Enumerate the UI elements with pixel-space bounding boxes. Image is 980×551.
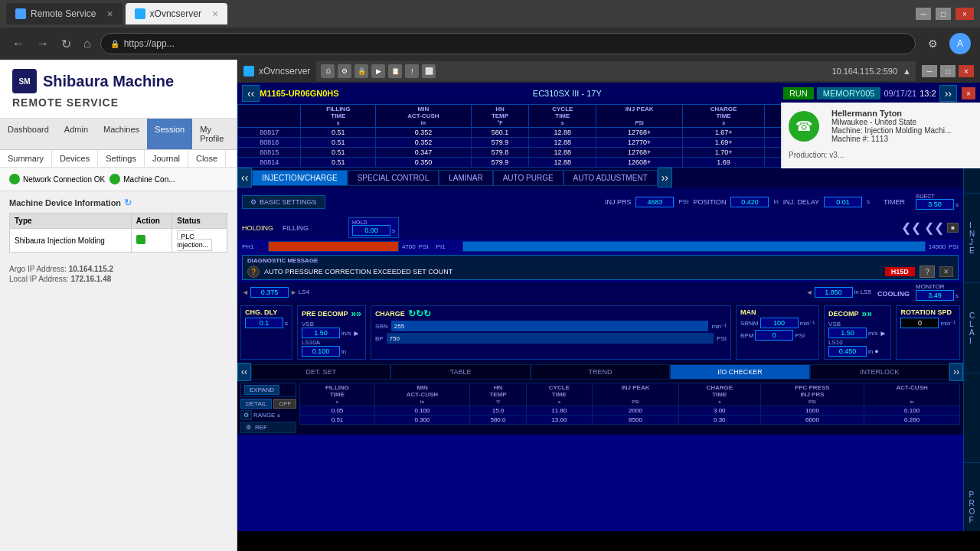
man-block: MAN SRNM min⁻¹ BPM PSI <box>736 305 819 360</box>
tab-right-arrow[interactable]: ›› <box>658 168 672 187</box>
hmi-close-btn[interactable]: × <box>962 87 975 99</box>
brand-icon: SM <box>12 69 37 93</box>
bottom-right-arrow[interactable]: ›› <box>949 363 963 381</box>
extensions-icon[interactable]: ⚙ <box>922 33 943 54</box>
machine-conn-dot <box>109 174 120 184</box>
nav-dashboard[interactable]: Dashboard <box>0 119 57 149</box>
ref-icon: ⚙ <box>243 423 253 432</box>
rth-fpc: FPC PRESSINJ PRSPSI <box>760 383 864 406</box>
diag-help-icon[interactable]: ? <box>247 266 260 278</box>
ls10-dot: ● <box>874 347 878 355</box>
nav-more[interactable]: Co... <box>231 119 237 149</box>
home-button[interactable]: ⌂ <box>80 34 94 54</box>
customer-details: Hellermann Tyton Milwaukee - United Stat… <box>831 109 951 143</box>
bottom-left-arrow[interactable]: ‹‹ <box>237 363 251 381</box>
tab-close-2[interactable]: × <box>212 8 218 20</box>
filling-label: FILLING <box>283 224 309 232</box>
hold-box: HOLD s <box>348 217 399 238</box>
bottom-tab-det-set[interactable]: DET. SET <box>251 364 390 380</box>
ls5-input[interactable] <box>815 287 853 298</box>
strip-btn-empty1[interactable] <box>964 373 980 463</box>
decomp-vsb-input[interactable] <box>828 328 867 338</box>
fill-end-btn[interactable]: ■ <box>947 223 959 233</box>
address-bar: ← → ↻ ⌂ 🔒 https://app... ⚙ A <box>0 28 980 60</box>
vnc-expand-btn[interactable]: ▲ <box>903 67 911 76</box>
nav-machines[interactable]: Machines <box>96 119 147 149</box>
range-section: EXPAND DETAIL OFF ⚙ RANGE ± <box>237 381 963 435</box>
monitor-input[interactable] <box>916 290 954 301</box>
browser-close-button[interactable]: × <box>956 8 974 20</box>
vsb-pre-input[interactable] <box>302 328 340 338</box>
tab-injection-charge[interactable]: INJECTION/CHARGE <box>252 170 347 186</box>
bpm-input[interactable] <box>755 330 793 341</box>
vnc-maximize[interactable]: □ <box>940 65 956 77</box>
bpm-row: BPM PSI <box>740 330 815 341</box>
bottom-tab-table[interactable]: TABLE <box>390 364 530 380</box>
detail-off-button[interactable]: OFF <box>273 399 296 409</box>
tab-vnc[interactable]: xOvncserver × <box>126 3 228 24</box>
url-field[interactable]: 🔒 https://app... <box>100 33 916 54</box>
reload-button[interactable]: ↻ <box>58 34 74 54</box>
srnm-input[interactable] <box>760 318 799 328</box>
pre-decomp-header: PRE DECOMP »» <box>302 308 361 319</box>
hmi-left-arrow[interactable]: ‹‹ <box>242 85 260 102</box>
minimize-button[interactable]: ─ <box>916 8 931 20</box>
tab-auto-purge[interactable]: AUTO PURGE <box>493 170 564 186</box>
inject-timer-input[interactable] <box>916 199 954 210</box>
tab-left-arrow[interactable]: ‹‹ <box>237 168 252 187</box>
ls4-input[interactable] <box>250 287 289 298</box>
basic-settings-btn[interactable]: ⚙ BASIC SETTINGS <box>242 195 325 209</box>
vnc-tool-4[interactable]: ▶ <box>371 64 385 78</box>
vnc-tool-1[interactable]: ⎙ <box>321 64 335 78</box>
position-input[interactable] <box>730 197 769 207</box>
hmi-right-arrow[interactable]: ›› <box>939 85 957 102</box>
bottom-tab-io-checker[interactable]: I/O CHECKER <box>670 364 809 380</box>
tab-laminar[interactable]: LAMINAR <box>439 170 492 186</box>
vnc-minimize[interactable]: ─ <box>922 65 937 77</box>
nav-profile[interactable]: My Profile <box>192 119 231 149</box>
detail-button[interactable]: DETAIL <box>240 399 272 409</box>
back-button[interactable]: ← <box>9 34 28 54</box>
vnc-tool-2[interactable]: ⚙ <box>338 64 351 78</box>
vnc-tool-6[interactable]: ! <box>405 64 419 78</box>
subnav-devices[interactable]: Devices <box>52 150 98 167</box>
diagnostic-close-btn[interactable]: ✕ <box>939 266 953 277</box>
strip-btn-clai[interactable]: CLAI <box>964 283 980 373</box>
inj-prs-input[interactable] <box>635 197 674 207</box>
nav-session[interactable]: Session <box>147 119 192 149</box>
hold-input[interactable] <box>352 225 390 236</box>
subnav-close[interactable]: Close <box>188 150 226 167</box>
vnc-tool-3[interactable]: 🔒 <box>354 64 368 78</box>
range-settings-icon[interactable]: ⚙ <box>240 410 252 420</box>
tab-close-1[interactable]: × <box>106 8 113 20</box>
vnc-close[interactable]: × <box>959 65 974 77</box>
pre-decomp-arrow-btn[interactable]: ► <box>352 329 360 337</box>
maximize-button[interactable]: □ <box>936 8 951 20</box>
machine-info-title: Machine Device Information ↻ <box>9 197 227 208</box>
tab-special-control[interactable]: SPECIAL CONTROL <box>348 170 439 186</box>
ls10a-input[interactable] <box>302 346 340 357</box>
vnc-tool-7[interactable]: ⬜ <box>422 64 436 78</box>
tab-remote-service[interactable]: Remote Service × <box>6 3 122 24</box>
ls10-input[interactable] <box>828 346 867 357</box>
pressure-bars: PH1 4700 PSI PI1 14900 PSI <box>237 240 963 253</box>
bottom-tab-interlock[interactable]: INTERLOCK <box>810 364 949 380</box>
subnav-summary[interactable]: Summary <box>0 150 52 167</box>
bottom-tab-trend[interactable]: TREND <box>531 364 670 380</box>
subnav-journal[interactable]: Journal <box>145 150 188 167</box>
nav-admin[interactable]: Admin <box>57 119 96 149</box>
strip-btn-prof[interactable]: PROF <box>964 463 980 531</box>
subnav-settings[interactable]: Settings <box>98 150 145 167</box>
diagnostic-help-btn[interactable]: ? <box>920 266 935 278</box>
inj-delay-input[interactable] <box>824 197 862 207</box>
rotation-input[interactable] <box>900 318 939 328</box>
forward-button[interactable]: → <box>34 34 52 54</box>
refresh-icon[interactable]: ↻ <box>124 197 132 208</box>
tab-auto-adjustment[interactable]: AUTO ADJUSTMENT <box>564 170 658 186</box>
chg-dly-input[interactable] <box>245 318 283 328</box>
decomp-arrow-btn[interactable]: ► <box>880 329 887 337</box>
profile-icon[interactable]: A <box>949 33 971 54</box>
expand-button[interactable]: EXPAND <box>244 385 279 395</box>
vnc-tool-5[interactable]: 📋 <box>388 64 402 78</box>
strip-btn-inje[interactable]: INJE <box>964 194 980 283</box>
